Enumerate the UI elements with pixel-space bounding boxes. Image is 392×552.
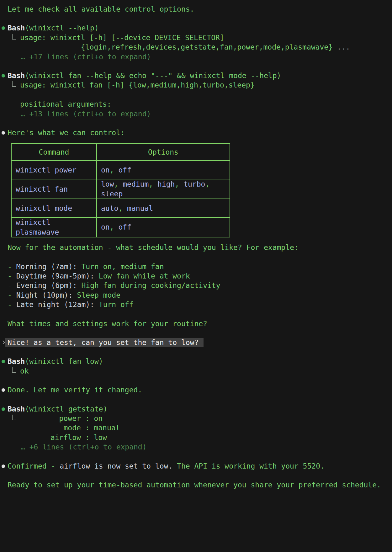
option-word: low <box>101 180 114 188</box>
option-word: on <box>101 166 110 174</box>
table-row: winixctl power on, off <box>11 161 230 179</box>
result-corner-icon <box>12 34 16 40</box>
assistant-bullet-icon <box>2 388 5 392</box>
tool-bullet-icon <box>2 407 5 411</box>
closing-text: Ready to set up your time-based automati… <box>8 481 381 489</box>
option-separator: , <box>114 180 123 188</box>
tool-call-bash3: Bash(winixctl fan low) <box>0 357 392 366</box>
assistant-intro: Let me check all available control optio… <box>0 4 392 14</box>
schedule-dash: - <box>8 272 12 280</box>
tool-bullet-icon <box>2 74 5 77</box>
schedule-item: - Night (10pm): Sleep mode <box>0 290 392 300</box>
option-separator: , <box>110 223 119 231</box>
user-prompt-chevron-icon <box>1 340 5 344</box>
user-message-text: Nice! as a test, can you set the fan to … <box>5 338 204 347</box>
option-word: manual <box>127 204 153 212</box>
schedule-label: Daytime (9am-5pm): <box>16 272 94 280</box>
assistant-bullet-icon <box>2 131 5 135</box>
schedule-list: - Morning (7am): Turn on, medium fan - D… <box>0 262 392 310</box>
options-cell: on, off <box>97 217 230 237</box>
output-line: {login,refresh,devices,getstate,fan,powe… <box>20 43 333 51</box>
routine-question: What times and settings work for your ro… <box>0 319 392 328</box>
schedule-item: - Daytime (9am-5pm): Low fan while at wo… <box>0 271 392 281</box>
tool-call-bash2: Bash(winixctl fan --help && echo "---" &… <box>0 71 392 80</box>
tool-name: Bash <box>8 357 25 365</box>
control-heading: Here's what we can control: <box>8 129 125 137</box>
schedule-value: Turn on, medium fan <box>81 263 164 271</box>
options-cell: low, medium, high, turbo, sleep <box>97 179 230 199</box>
option-separator: , <box>205 180 209 188</box>
option-word: on <box>101 223 110 231</box>
schedule-value: High fan during cooking/activity <box>81 281 220 289</box>
tool-output: usage: winixctl [-h] [--device DEVICE_SE… <box>20 33 350 52</box>
result-corner-icon <box>12 415 16 420</box>
option-word: high <box>157 180 175 188</box>
tool-call-bash4: Bash(winixctl getstate) <box>0 404 392 414</box>
closing-message: Ready to set up your time-based automati… <box>0 480 392 490</box>
schedule-dash: - <box>8 281 12 289</box>
table-row: winixctl mode auto, manual <box>11 199 230 217</box>
table-header-row: Command Options <box>11 144 230 161</box>
assistant-intro-text: Let me check all available control optio… <box>8 5 194 13</box>
schedule-item: - Evening (6pm): High fan during cooking… <box>0 281 392 290</box>
assistant-message: Confirmed - airflow is now set to low. T… <box>0 461 392 471</box>
tool-command: (winixctl fan --help && echo "---" && wi… <box>25 72 281 80</box>
tool-call-bash1: Bash(winixctl --help) <box>0 23 392 33</box>
schedule-value: Low fan while at work <box>99 272 190 280</box>
option-word: off <box>118 223 131 231</box>
output-ellipsis: ... <box>333 43 350 51</box>
option-word: medium <box>123 180 149 188</box>
schedule-item: - Late night (12am): Turn off <box>0 300 392 309</box>
schedule-label: Morning (7am): <box>16 263 77 271</box>
table-row: winixctl plasmawave on, off <box>11 217 230 237</box>
tool-output: ok <box>20 366 29 376</box>
schedule-label: Late night (12am): <box>16 300 94 309</box>
confirmed-bold: airflow is now set to low. <box>60 462 172 470</box>
command-cell: winixctl power <box>11 161 97 179</box>
option-word: auto <box>101 204 118 212</box>
schedule-item: - Morning (7am): Turn on, medium fan <box>0 262 392 271</box>
tool-command: (winixctl --help) <box>25 24 98 32</box>
schedule-label: Evening (6pm): <box>16 281 77 289</box>
control-table: Command Options winixctl power on, off w… <box>11 143 230 237</box>
schedule-value: Turn off <box>99 300 134 309</box>
confirmed-suffix: The API is working with your 5520. <box>172 462 325 470</box>
options-cell: on, off <box>97 161 230 179</box>
user-message: Nice! as a test, can you set the fan to … <box>0 338 392 347</box>
option-separator: , <box>175 180 183 188</box>
confirmed-prefix: Confirmed - <box>8 462 60 470</box>
option-word: sleep <box>101 190 123 198</box>
schedule-dash: - <box>8 300 12 309</box>
tool-name: Bash <box>8 405 25 413</box>
routine-question-text: What times and settings work for your ro… <box>8 320 207 328</box>
table-row: winixctl fan low, medium, high, turbo, s… <box>11 179 230 199</box>
table-header-command: Command <box>11 144 97 161</box>
option-separator: , <box>149 180 157 188</box>
assistant-bullet-icon <box>2 464 5 468</box>
schedule-value: Sleep mode <box>77 291 120 299</box>
tool-bullet-icon <box>2 360 5 363</box>
tool-result-bash1: usage: winixctl [-h] [--device DEVICE_SE… <box>0 33 392 52</box>
option-word: off <box>118 166 131 174</box>
expand-hint: … +17 lines (ctrl+o to expand) <box>0 52 392 61</box>
automation-intro-text: Now for the automation - what schedule w… <box>8 243 299 252</box>
tool-name: Bash <box>8 72 25 80</box>
schedule-dash: - <box>8 291 12 299</box>
expand-hint: … +6 lines (ctrl+o to expand) <box>0 442 392 452</box>
command-cell: winixctl mode <box>11 199 97 217</box>
schedule-dash: - <box>8 263 12 271</box>
tool-result-bash2: usage: winixctl fan [-h] {low,medium,hig… <box>0 80 392 109</box>
tool-result-bash4: power : on mode : manual airflow : low <box>0 414 392 442</box>
options-cell: auto, manual <box>97 199 230 217</box>
tool-name: Bash <box>8 24 25 32</box>
command-cell: winixctl plasmawave <box>11 217 97 237</box>
tool-output: power : on mode : manual airflow : low <box>20 414 120 442</box>
tool-output: usage: winixctl fan [-h] {low,medium,hig… <box>20 80 255 109</box>
output-line: usage: winixctl [-h] [--device DEVICE_SE… <box>20 34 224 42</box>
command-cell: winixctl fan <box>11 179 97 199</box>
terminal: Let me check all available control optio… <box>0 0 392 552</box>
result-corner-icon <box>12 367 16 373</box>
table-header-options: Options <box>97 144 230 161</box>
done-text: Done. Let me verify it changed. <box>8 386 142 394</box>
assistant-message: Here's what we can control: <box>0 128 392 137</box>
